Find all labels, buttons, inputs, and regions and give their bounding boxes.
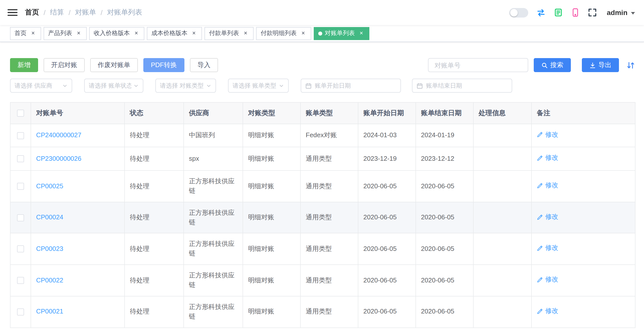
chevron-down-icon — [206, 83, 211, 88]
calendar-icon — [416, 82, 423, 89]
edit-link[interactable]: 修改 — [537, 181, 558, 190]
row-checkbox[interactable] — [17, 277, 24, 284]
open-reconcile-button[interactable]: 开启对账 — [44, 58, 85, 72]
bill-type-cell: 通用类型 — [300, 147, 358, 171]
reconcile-type-select[interactable]: 请选择 对账类型 — [155, 79, 216, 93]
tab[interactable]: 成本价格版本 × — [147, 27, 202, 40]
row-checkbox[interactable] — [17, 214, 24, 221]
start-date-input[interactable]: 账单开始日期 — [301, 79, 401, 93]
end-date-placeholder: 账单结束日期 — [426, 81, 508, 90]
bill-no-link[interactable]: CP00022 — [36, 276, 63, 284]
search-input[interactable] — [428, 58, 528, 72]
col-header-process-info: 处理信息 — [473, 102, 531, 124]
edit-link[interactable]: 修改 — [537, 130, 558, 139]
edit-link-label: 修改 — [545, 153, 558, 163]
bill-status-select-placeholder: 请选择 账单状态 — [89, 81, 131, 90]
tab[interactable]: 付款单列表 × — [204, 27, 254, 40]
bill-no-cell: CP00024 — [31, 202, 125, 233]
bill-no-link[interactable]: CP00024 — [36, 213, 63, 221]
row-checkbox-cell — [10, 124, 31, 147]
fullscreen-icon[interactable] — [588, 8, 597, 17]
edit-link[interactable]: 修改 — [537, 244, 558, 253]
edit-link[interactable]: 修改 — [537, 275, 558, 284]
hamburger-button[interactable] — [0, 8, 25, 18]
col-header-reconcile-type: 对账类型 — [243, 102, 300, 124]
edit-icon — [537, 214, 543, 220]
reconcile-type-cell: 明细对账 — [243, 124, 300, 147]
edit-link[interactable]: 修改 — [537, 306, 558, 316]
remark-cell: 修改 — [531, 147, 635, 171]
row-checkbox[interactable] — [17, 183, 24, 190]
tab[interactable]: 首页 × — [10, 27, 41, 40]
edit-link-label: 修改 — [545, 275, 558, 284]
export-button[interactable]: 导出 — [582, 58, 619, 72]
process-info-cell — [473, 296, 531, 327]
close-icon[interactable]: × — [190, 30, 197, 37]
close-icon[interactable]: × — [133, 30, 140, 37]
edit-link-label: 修改 — [545, 306, 558, 316]
bill-type-cell: 通用类型 — [300, 265, 358, 296]
tab-label: 收入价格版本 — [94, 29, 130, 38]
edit-icon — [537, 276, 543, 283]
edit-icon — [537, 308, 543, 314]
chevron-down-icon — [279, 83, 284, 88]
import-button[interactable]: 导入 — [190, 58, 218, 72]
add-button[interactable]: 新增 — [10, 58, 38, 72]
document-icon[interactable] — [554, 8, 563, 17]
transfer-icon[interactable] — [536, 8, 546, 17]
mobile-icon[interactable] — [571, 8, 580, 17]
theme-toggle[interactable] — [509, 8, 528, 17]
breadcrumb-separator: / — [44, 9, 46, 17]
username: admin — [607, 9, 627, 17]
toolbar: 新增 开启对账 作废对账单 PDF转换 导入 搜索 导出 — [10, 58, 635, 72]
void-bill-button[interactable]: 作废对账单 — [90, 58, 138, 72]
search-button[interactable]: 搜索 — [534, 58, 571, 72]
row-checkbox[interactable] — [17, 246, 24, 253]
start-date-cell: 2023-12-19 — [358, 147, 416, 171]
breadcrumb-item[interactable]: 结算 — [50, 8, 64, 17]
supplier-cell: 正方形科技供应链 — [184, 202, 243, 233]
start-date-cell: 2020-06-05 — [358, 171, 416, 202]
bill-no-cell: CP2300000026 — [31, 147, 125, 171]
close-icon[interactable]: × — [242, 30, 249, 37]
close-icon[interactable]: × — [358, 30, 365, 37]
bill-no-link[interactable]: CP2400000027 — [36, 131, 81, 139]
bill-no-link[interactable]: CP00023 — [36, 245, 63, 252]
col-header-bill-type: 账单类型 — [300, 102, 358, 124]
edit-link[interactable]: 修改 — [537, 212, 558, 222]
reconcile-type-cell: 明细对账 — [243, 147, 300, 171]
row-checkbox[interactable] — [17, 308, 24, 315]
reconcile-type-cell: 明细对账 — [243, 296, 300, 327]
calendar-icon — [305, 82, 312, 89]
export-button-label: 导出 — [598, 61, 611, 70]
pdf-convert-button[interactable]: PDF转换 — [143, 58, 184, 72]
close-icon[interactable]: × — [30, 30, 37, 37]
breadcrumb-item[interactable]: 首页 — [25, 8, 39, 17]
select-all-cell — [10, 102, 31, 124]
close-icon[interactable]: × — [75, 30, 82, 37]
tab[interactable]: 产品列表 × — [44, 27, 87, 40]
row-checkbox[interactable] — [17, 155, 24, 162]
tab[interactable]: 付款明细列表 × — [256, 27, 311, 40]
status-cell: 待处理 — [125, 265, 184, 296]
tab[interactable]: 对账单列表 × — [314, 27, 369, 40]
user-menu[interactable]: admin — [607, 9, 635, 17]
select-all-checkbox[interactable] — [17, 110, 24, 117]
supplier-cell: 中国班列 — [184, 124, 243, 147]
tab[interactable]: 收入价格版本 × — [89, 27, 144, 40]
breadcrumb-item[interactable]: 对账单列表 — [107, 8, 142, 17]
bill-no-link[interactable]: CP2300000026 — [36, 155, 81, 162]
end-date-input[interactable]: 账单结束日期 — [412, 79, 512, 93]
bill-status-select[interactable]: 请选择 账单状态 — [84, 79, 143, 93]
supplier-select[interactable]: 请选择 供应商 — [10, 79, 72, 93]
bill-no-link[interactable]: CP00025 — [36, 182, 63, 190]
close-icon[interactable]: × — [300, 30, 307, 37]
edit-link[interactable]: 修改 — [537, 153, 558, 163]
bill-type-select[interactable]: 请选择 账单类型 — [228, 79, 289, 93]
bill-no-link[interactable]: CP00021 — [36, 308, 63, 315]
sort-icon[interactable] — [626, 61, 635, 69]
row-checkbox[interactable] — [17, 132, 24, 139]
bill-type-cell: 通用类型 — [300, 171, 358, 202]
table-row: CP00021 待处理 正方形科技供应链 明细对账 通用类型 2020-06-0… — [10, 296, 635, 327]
breadcrumb-item[interactable]: 对账单 — [75, 8, 96, 17]
